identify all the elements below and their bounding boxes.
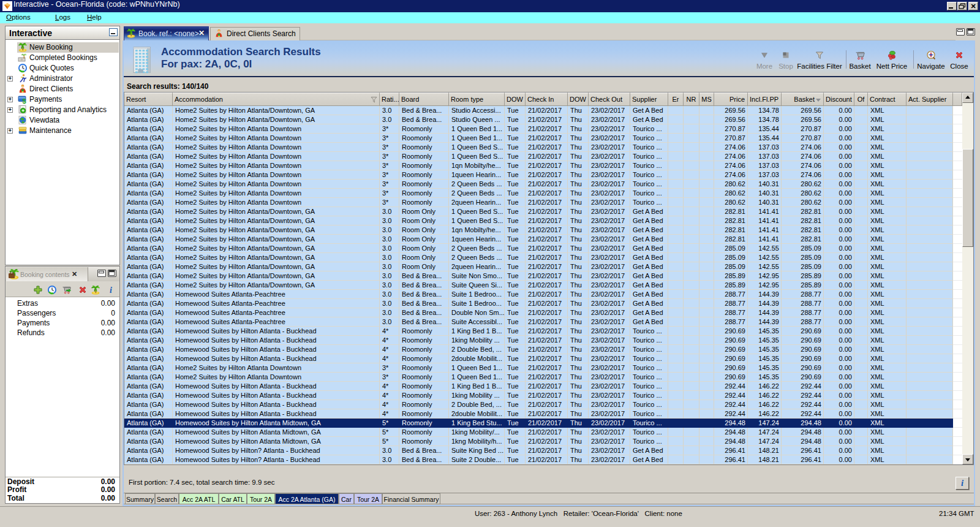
svg-text:$: $ bbox=[22, 97, 26, 105]
svg-text:i: i bbox=[110, 286, 112, 295]
